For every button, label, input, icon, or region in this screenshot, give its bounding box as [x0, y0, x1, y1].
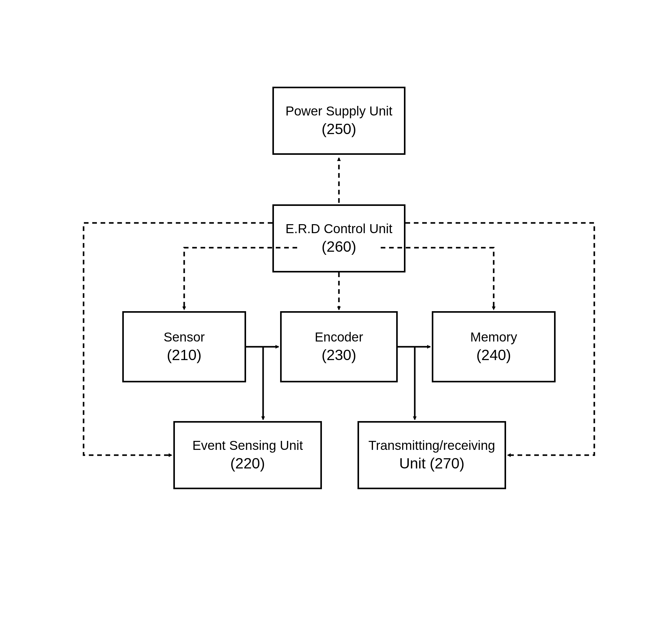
box-power-supply: Power Supply Unit (250): [272, 87, 406, 155]
block-diagram: Power Supply Unit (250) E.R.D Control Un…: [0, 0, 663, 644]
transmitting-number: Unit (270): [399, 454, 464, 473]
box-memory: Memory (240): [432, 311, 555, 382]
box-control-unit: E.R.D Control Unit (260): [272, 204, 406, 272]
control-unit-label: E.R.D Control Unit: [285, 220, 392, 238]
event-sensing-label: Event Sensing Unit: [192, 437, 303, 454]
memory-label: Memory: [470, 329, 517, 346]
encoder-label: Encoder: [315, 329, 363, 346]
box-encoder: Encoder (230): [280, 311, 398, 382]
encoder-number: (230): [322, 346, 356, 365]
sensor-label: Sensor: [163, 329, 205, 346]
sensor-number: (210): [167, 346, 202, 365]
memory-number: (240): [476, 346, 511, 365]
transmitting-label: Transmitting/receiving: [368, 437, 495, 454]
control-unit-number: (260): [322, 237, 356, 257]
power-supply-label: Power Supply Unit: [285, 103, 392, 120]
box-event-sensing: Event Sensing Unit (220): [173, 421, 322, 489]
box-transmitting: Transmitting/receiving Unit (270): [358, 421, 506, 489]
power-supply-number: (250): [322, 119, 356, 139]
box-sensor: Sensor (210): [122, 311, 246, 382]
event-sensing-number: (220): [230, 454, 265, 473]
